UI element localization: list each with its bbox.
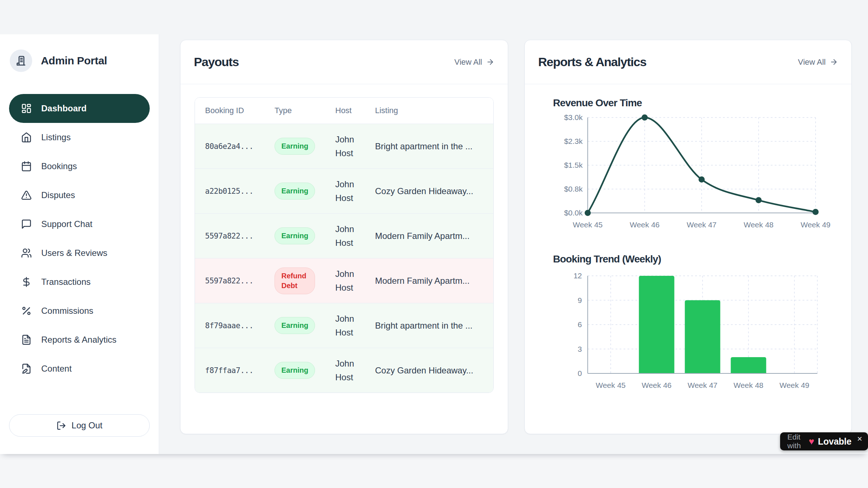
table-row[interactable]: 5597a822...EarningJohn HostModern Family…: [195, 213, 493, 258]
column-header-type: Type: [275, 106, 335, 115]
lovable-close-icon[interactable]: ×: [857, 434, 862, 444]
svg-text:Week 45: Week 45: [596, 381, 626, 389]
table-row[interactable]: 8f79aaae...EarningJohn HostBright apartm…: [195, 303, 493, 348]
table-row[interactable]: f87ffaa7...EarningJohn HostCozy Garden H…: [195, 348, 493, 393]
payouts-card-header: Payouts View All: [180, 40, 508, 84]
view-all-label: View All: [798, 57, 826, 67]
sidebar-item-label: Listings: [41, 132, 71, 142]
table-row[interactable]: 80a6e2a4...EarningJohn HostBright apartm…: [195, 124, 493, 168]
sidebar-item-label: Commissions: [41, 306, 93, 316]
type-badge: Earning: [275, 227, 315, 244]
host-cell: John Host: [335, 177, 375, 204]
chat-icon: [21, 219, 32, 230]
sidebar-item-label: Dashboard: [41, 103, 86, 114]
sidebar-item-reports-analytics[interactable]: Reports & Analytics: [9, 325, 150, 354]
listing-cell: Cozy Garden Hideaway...: [375, 186, 486, 196]
svg-text:Week 46: Week 46: [642, 381, 672, 389]
type-badge: Earning: [275, 183, 315, 200]
type-badge: Earning: [275, 138, 315, 155]
payouts-card: Payouts View All Booking IDTypeHostListi…: [180, 40, 508, 434]
sidebar-item-bookings[interactable]: Bookings: [9, 152, 150, 181]
payouts-card-body: Booking IDTypeHostListing 80a6e2a4...Ear…: [180, 84, 508, 406]
sidebar-item-label: Transactions: [41, 277, 91, 287]
svg-text:6: 6: [578, 320, 582, 329]
sidebar-item-transactions[interactable]: Transactions: [9, 267, 150, 296]
file-text-icon: [21, 334, 32, 345]
brand-avatar: [10, 50, 32, 72]
sidebar-item-disputes[interactable]: Disputes: [9, 181, 150, 210]
svg-text:9: 9: [578, 296, 582, 304]
sidebar-item-support-chat[interactable]: Support Chat: [9, 210, 150, 239]
sidebar-item-label: Users & Reviews: [41, 248, 107, 258]
listing-cell: Bright apartment in the ...: [375, 141, 486, 151]
svg-text:Week 48: Week 48: [733, 381, 763, 389]
sidebar-item-label: Support Chat: [41, 219, 92, 229]
type-badge: Refund Debt: [275, 267, 315, 294]
booking-id-cell: 5597a822...: [205, 277, 275, 285]
lovable-heart-icon: ♥: [809, 437, 814, 446]
svg-text:3: 3: [578, 345, 582, 353]
booking-id-cell: 5597a822...: [205, 232, 275, 240]
page-title: Admin Portal: [41, 55, 107, 67]
table-row[interactable]: 5597a822...Refund DebtJohn HostModern Fa…: [195, 258, 493, 303]
logout-button[interactable]: Log Out: [9, 414, 150, 437]
sidebar: Admin Portal DashboardListingsBookingsDi…: [0, 34, 159, 454]
reports-card-header: Reports & Analytics View All: [525, 40, 851, 84]
view-all-label: View All: [454, 57, 482, 67]
svg-text:$1.5k: $1.5k: [564, 161, 583, 169]
column-header-listing: Listing: [375, 106, 486, 115]
listing-cell: Cozy Garden Hideaway...: [375, 365, 486, 376]
booking-trend-bar-chart: 036912Week 45Week 46Week 47Week 48Week 4…: [552, 268, 826, 395]
booking-trend-title: Booking Trend (Weekly): [553, 253, 837, 265]
brand: Admin Portal: [9, 50, 150, 72]
svg-text:$0.8k: $0.8k: [564, 185, 583, 193]
svg-text:$3.0k: $3.0k: [564, 113, 583, 121]
reports-view-all-link[interactable]: View All: [798, 57, 838, 67]
svg-text:$0.0k: $0.0k: [564, 209, 583, 217]
svg-text:Week 47: Week 47: [688, 381, 718, 389]
reports-card-body: Revenue Over Time $0.0k$0.8k$1.5k$2.3k$3…: [525, 84, 851, 395]
dollar-icon: [21, 277, 32, 287]
svg-text:Week 49: Week 49: [801, 221, 831, 229]
host-cell: John Host: [335, 357, 375, 384]
svg-text:Week 49: Week 49: [779, 381, 809, 389]
host-cell: John Host: [335, 222, 375, 249]
svg-text:0: 0: [578, 369, 582, 377]
booking-id-cell: 80a6e2a4...: [205, 142, 275, 151]
payouts-table: Booking IDTypeHostListing 80a6e2a4...Ear…: [195, 97, 494, 393]
host-cell: John Host: [335, 312, 375, 339]
arrow-right-icon: [486, 58, 494, 66]
sidebar-item-listings[interactable]: Listings: [9, 123, 150, 152]
sidebar-item-users-reviews[interactable]: Users & Reviews: [9, 239, 150, 267]
arrow-right-icon: [830, 58, 838, 66]
revenue-chart-title: Revenue Over Time: [553, 97, 837, 109]
svg-text:Week 45: Week 45: [573, 221, 603, 229]
payouts-view-all-link[interactable]: View All: [454, 57, 494, 67]
sidebar-item-dashboard[interactable]: Dashboard: [9, 94, 150, 123]
reports-title: Reports & Analytics: [538, 55, 646, 69]
column-header-booking-id: Booking ID: [205, 106, 275, 115]
revenue-line-chart: $0.0k$0.8k$1.5k$2.3k$3.0kWeek 45Week 46W…: [552, 112, 826, 235]
listing-cell: Modern Family Apartm...: [375, 276, 486, 286]
percent-icon: [21, 305, 32, 316]
booking-id-cell: f87ffaa7...: [205, 366, 275, 375]
svg-text:Week 47: Week 47: [687, 221, 717, 229]
sidebar-nav: DashboardListingsBookingsDisputesSupport…: [9, 94, 150, 383]
sidebar-item-label: Content: [41, 364, 72, 374]
file-edit-icon: [21, 363, 32, 374]
sidebar-item-content[interactable]: Content: [9, 354, 150, 383]
building-icon: [15, 55, 27, 67]
sidebar-item-label: Bookings: [41, 161, 77, 171]
type-badge: Earning: [275, 317, 315, 334]
logout-icon: [56, 421, 66, 431]
host-cell: John Host: [335, 133, 375, 159]
sidebar-item-label: Disputes: [41, 190, 75, 200]
listing-cell: Bright apartment in the ...: [375, 321, 486, 331]
table-row[interactable]: a22b0125...EarningJohn HostCozy Garden H…: [195, 168, 493, 213]
lovable-badge[interactable]: Edit with ♥ Lovable ×: [780, 432, 868, 450]
payouts-title: Payouts: [194, 55, 239, 69]
home-icon: [21, 132, 32, 143]
alert-triangle-icon: [21, 190, 32, 201]
sidebar-item-commissions[interactable]: Commissions: [9, 296, 150, 325]
app-canvas: Admin Portal DashboardListingsBookingsDi…: [0, 0, 868, 454]
